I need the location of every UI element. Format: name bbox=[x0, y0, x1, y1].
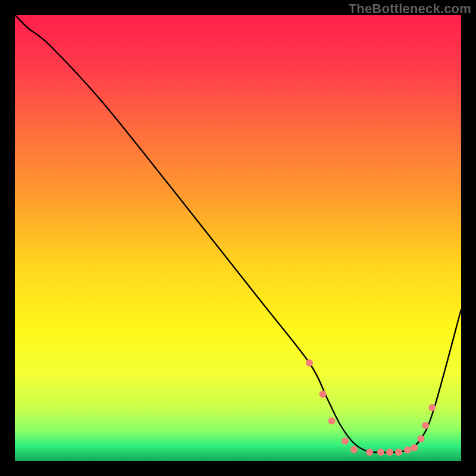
marker-dot bbox=[320, 391, 327, 398]
marker-dot bbox=[350, 446, 358, 453]
bottleneck-curve bbox=[15, 15, 461, 452]
chart-stage: TheBottleneck.com bbox=[0, 0, 476, 476]
watermark-text: TheBottleneck.com bbox=[349, 1, 471, 17]
marker-dot bbox=[395, 449, 402, 456]
marker-dot bbox=[342, 437, 349, 444]
marker-dot bbox=[404, 446, 411, 453]
marker-dot bbox=[386, 449, 393, 456]
marker-dot bbox=[422, 422, 429, 429]
marker-dot bbox=[377, 449, 384, 456]
marker-dot bbox=[418, 436, 425, 443]
marker-dot bbox=[328, 418, 336, 425]
marker-group bbox=[306, 359, 436, 456]
marker-dot bbox=[366, 449, 373, 456]
marker-dot bbox=[428, 404, 436, 411]
marker-dot bbox=[306, 359, 313, 367]
plot-area bbox=[15, 15, 461, 461]
marker-dot bbox=[411, 444, 418, 452]
curve-layer bbox=[15, 15, 461, 461]
